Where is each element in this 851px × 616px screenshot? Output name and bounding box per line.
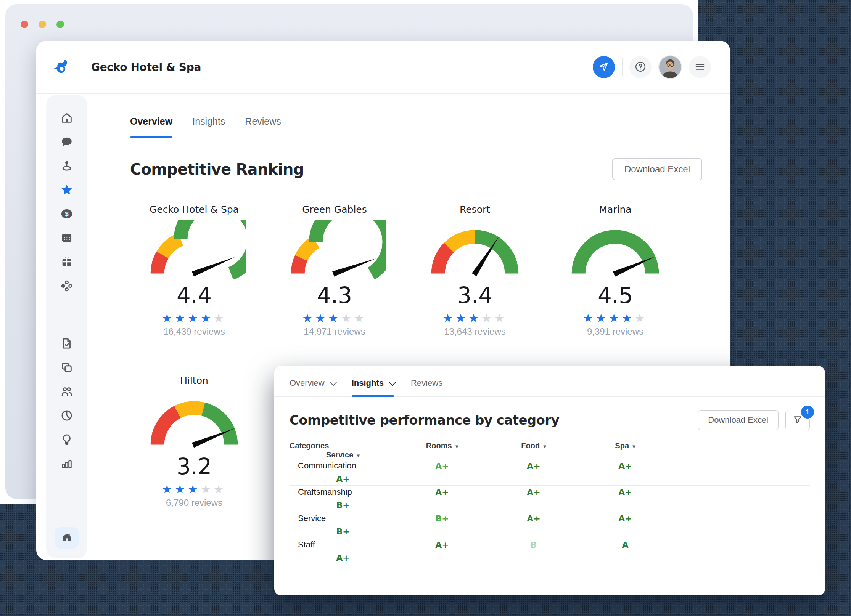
tab-reviews[interactable]: Reviews [411, 378, 442, 396]
column-header-service[interactable]: Service ▾ [290, 451, 396, 459]
sidebar-item-location-pin[interactable] [58, 160, 75, 173]
star-icon: ★ [442, 311, 455, 325]
review-count: 6,790 reviews [130, 497, 258, 508]
gift-icon [60, 255, 73, 270]
section-title: Competitive Ranking [130, 160, 304, 178]
tab-insights[interactable]: Insights [192, 116, 225, 138]
app-header: Gecko Hotel & Spa [36, 41, 730, 94]
sidebar-item-dollar[interactable]: $ [58, 208, 75, 221]
bar-chart-icon [60, 457, 73, 472]
main-tabs: OverviewInsightsReviews [130, 116, 702, 138]
star-icon: ★ [354, 311, 367, 325]
user-avatar[interactable] [658, 55, 682, 79]
birdeye-logo-icon [51, 58, 71, 77]
competitor-name: Resort [411, 204, 539, 215]
review-count: 9,391 reviews [551, 326, 679, 337]
document-check-icon [60, 337, 73, 351]
competitor-name: Hilton [130, 375, 258, 386]
sidebar-item-bar-chart[interactable] [58, 457, 75, 471]
hamburger-menu-icon [694, 61, 706, 74]
tab-insights[interactable]: Insights [352, 378, 394, 396]
gauge-dial [423, 220, 526, 279]
star-icon: ★ [341, 311, 354, 325]
menu-button[interactable] [689, 56, 711, 78]
grade-value: A+ [396, 488, 488, 497]
sidebar-item-lightbulb[interactable] [58, 433, 75, 447]
category-label: Craftsmanship [290, 487, 396, 497]
svg-text:$: $ [65, 210, 69, 218]
gauge-hilton: Hilton 3.2 ★★★★★ 6,790 reviews [130, 375, 258, 508]
tab-label: Overview [130, 116, 172, 127]
home-icon [60, 111, 73, 126]
business-title: Gecko Hotel & Spa [91, 61, 201, 74]
star-icon [60, 183, 73, 198]
column-header-food[interactable]: Food ▾ [488, 441, 579, 450]
star-icon: ★ [188, 311, 201, 325]
tab-label: Insights [192, 116, 225, 127]
star-icon: ★ [214, 483, 227, 496]
sidebar-item-document-check[interactable] [58, 337, 75, 351]
sidebar-item-gift[interactable] [58, 256, 75, 270]
review-count: 13,643 reviews [411, 326, 539, 337]
star-icon: ★ [455, 311, 468, 325]
gauge-green-gables: Green Gables 4.3 ★★★★★ 14,971 reviews [270, 204, 399, 337]
star-rating: ★★★★★ [130, 311, 258, 325]
sort-caret-icon: ▾ [357, 452, 360, 459]
sidebar-item-users[interactable] [58, 385, 75, 399]
sidebar-item-pie-chart[interactable] [58, 409, 75, 423]
grade-value: B+ [290, 527, 396, 536]
column-header-rooms[interactable]: Rooms ▾ [396, 441, 488, 450]
chevron-down-icon [330, 379, 336, 386]
star-rating: ★★★★★ [551, 311, 679, 325]
grade-value: A+ [488, 488, 579, 497]
dollar-icon: $ [60, 207, 73, 222]
download-excel-button-panel[interactable]: Download Excel [698, 410, 779, 430]
grade-value: B [488, 540, 579, 550]
rating-value: 4.3 [270, 282, 399, 308]
grade-value: A+ [396, 540, 488, 550]
star-icon: ★ [635, 311, 648, 325]
table-row-service: ServiceB+A+A+B+ [290, 512, 810, 538]
location-pin-icon [60, 159, 73, 174]
star-icon: ★ [175, 311, 188, 325]
star-rating: ★★★★★ [411, 311, 539, 325]
tab-overview[interactable]: Overview [130, 116, 172, 138]
sidebar-item-share-circles[interactable] [58, 280, 75, 294]
gauge-dial [143, 391, 246, 451]
users-icon [60, 385, 73, 399]
sidebar-item-star[interactable] [58, 184, 75, 197]
star-icon: ★ [201, 483, 214, 496]
tab-reviews[interactable]: Reviews [245, 116, 281, 138]
review-count: 16,439 reviews [130, 326, 258, 337]
sidebar-divider [55, 517, 79, 517]
sidebar-item-copy[interactable] [58, 361, 75, 375]
column-header-spa[interactable]: Spa ▾ [579, 441, 671, 450]
tab-overview[interactable]: Overview [290, 378, 335, 396]
sidebar-nav: $ [46, 95, 87, 558]
help-button[interactable] [629, 56, 652, 78]
grade-value: A [579, 540, 671, 550]
table-row-communication: CommunicationA+A+A+A+ [290, 459, 810, 485]
star-icon: ★ [328, 311, 341, 325]
sidebar-item-calendar[interactable] [58, 232, 75, 245]
gauge-gecko-hotel-spa: Gecko Hotel & Spa 4.4 ★★★★★ 16,439 revie… [130, 204, 258, 337]
pie-chart-icon [60, 409, 73, 424]
table-row-craftsmanship: CraftsmanshipA+A+A+B+ [290, 485, 810, 512]
sidebar-item-home[interactable] [58, 112, 75, 125]
tab-label: Reviews [245, 116, 281, 127]
send-button[interactable] [593, 56, 615, 78]
grade-value: A+ [579, 514, 671, 523]
filter-button[interactable]: 1 [785, 410, 810, 430]
download-excel-button[interactable]: Download Excel [612, 158, 702, 180]
rating-value: 3.4 [411, 282, 539, 308]
page-background: Gecko Hotel & Spa [0, 0, 851, 616]
grade-value: A+ [579, 488, 671, 497]
minimize-window-button[interactable] [39, 21, 46, 28]
send-icon [598, 61, 610, 74]
sidebar-item-chat[interactable] [58, 136, 75, 149]
sidebar-item-hotel[interactable] [55, 527, 79, 549]
star-icon: ★ [201, 311, 214, 325]
close-window-button[interactable] [21, 21, 28, 28]
grade-value: A+ [488, 514, 579, 523]
zoom-window-button[interactable] [56, 21, 64, 28]
